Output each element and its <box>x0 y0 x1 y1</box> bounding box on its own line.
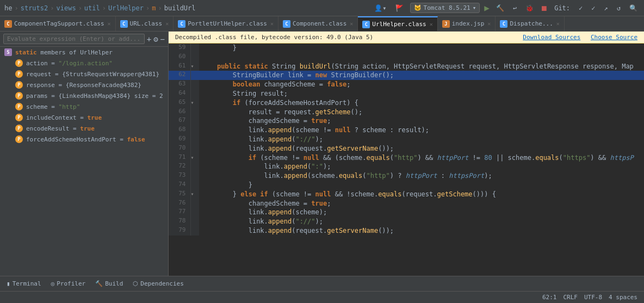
undo-icon[interactable]: ↺ <box>615 3 623 13</box>
fold-arrow[interactable]: ▾ <box>191 63 194 69</box>
nav-views[interactable]: views <box>57 4 76 12</box>
line-content: link.append(request.getServerName()); <box>199 144 644 153</box>
line-number: 70 <box>169 144 190 153</box>
line-number: 71 <box>169 153 190 163</box>
git-arrow-icon[interactable]: ↗ <box>602 3 610 13</box>
reload-icon[interactable]: ↩ <box>511 3 519 13</box>
bottom-tab-dependencies[interactable]: ⬡ Dependencies <box>128 279 188 289</box>
evaluate-input[interactable] <box>3 34 145 44</box>
nav-util[interactable]: util <box>84 4 100 12</box>
line-number: 65 <box>169 98 190 108</box>
profiler-label: Profiler <box>57 280 85 287</box>
tab-close-icon[interactable]: ✕ <box>108 21 111 27</box>
tab-Component[interactable]: C Component.class ✕ <box>278 16 358 31</box>
table-row: 68 link.append(scheme != null ? scheme :… <box>169 126 644 135</box>
tab-close-icon[interactable]: ✕ <box>350 21 353 27</box>
tab-icon-c5: C <box>362 21 370 28</box>
line-gutter <box>190 208 199 217</box>
nav-urlhelper[interactable]: UrlHelper <box>108 4 144 12</box>
fold-arrow[interactable]: ▾ <box>191 100 194 106</box>
table-row: 75 ▾ } else if (scheme != null && !schem… <box>169 190 644 199</box>
nav-m[interactable]: m <box>152 4 156 12</box>
line-gutter <box>190 108 199 117</box>
add-watch-icon[interactable]: + <box>147 35 151 44</box>
line-content: link.append(request.getServerName()); <box>199 226 644 236</box>
table-row: 73 link.append(scheme.equals("http") ? h… <box>169 171 644 181</box>
bottom-tab-terminal[interactable]: ▮ Terminal <box>2 279 46 289</box>
flag-icon[interactable]: 🚩 <box>393 3 406 13</box>
line-number: 60 <box>169 53 190 62</box>
chevron-down-icon: ▾ <box>473 4 476 11</box>
stop-icon[interactable]: ⏹ <box>540 4 548 13</box>
table-row: 65 ▾ if (forceAddSchemeHostAndPort) { <box>169 98 644 108</box>
tomcat-selector[interactable]: 🐱 Tomcat 8.5.21 ▾ <box>410 3 480 13</box>
debug-encodeResult: P encodeResult = true <box>11 123 168 134</box>
table-row: 67 changedScheme = true; <box>169 116 644 126</box>
line-number: 66 <box>169 108 190 117</box>
p-badge: P <box>15 81 23 89</box>
download-sources-link[interactable]: Download Sources <box>523 34 580 41</box>
tab-UrlHelper[interactable]: C UrlHelper.class ✕ <box>358 16 437 31</box>
table-row: 72 link.append(":"); <box>169 162 644 171</box>
profile-icon[interactable]: 👤▾ <box>372 3 388 13</box>
left-panel: + ⚙ − S static members of UrlHelper P ac… <box>0 32 169 276</box>
search-icon[interactable]: 🔍 <box>627 3 640 13</box>
tab-URL[interactable]: C URL.class ✕ <box>116 16 174 31</box>
line-gutter <box>190 116 199 126</box>
tab-ComponentTagSupport[interactable]: C ComponentTagSupport.class ✕ <box>0 16 116 31</box>
line-gutter <box>190 80 199 89</box>
table-row: 69 link.append("://"); <box>169 135 644 144</box>
tab-close-icon[interactable]: ✕ <box>270 21 274 27</box>
debug-icon[interactable]: 🐞 <box>523 3 536 13</box>
nav-right: 👤▾ 🚩 🐱 Tomcat 8.5.21 ▾ ▶ 🔨 ↩ 🐞 ⏹ Git: ✓ … <box>372 3 640 13</box>
tab-close-icon[interactable]: ✕ <box>556 21 560 27</box>
line-content: if (forceAddSchemeHostAndPort) { <box>199 98 644 108</box>
line-gutter <box>190 44 199 53</box>
fold-arrow[interactable]: ▾ <box>191 154 194 160</box>
table-row: 70 link.append(request.getServerName()); <box>169 144 644 153</box>
bottom-tab-profiler[interactable]: ◎ Profiler <box>47 279 90 289</box>
line-gutter <box>190 181 199 190</box>
bottom-tab-build[interactable]: 🔨 Build <box>91 279 127 289</box>
choose-source-link[interactable]: Choose Source <box>591 34 637 41</box>
nav-he[interactable]: he <box>4 4 12 12</box>
table-row: 63 boolean changedScheme = false; <box>169 80 644 89</box>
tab-close-icon[interactable]: ✕ <box>430 21 433 27</box>
git-check-icon[interactable]: ✓ <box>577 3 585 13</box>
p-badge: P <box>15 114 23 121</box>
line-content: changedScheme = true; <box>199 116 644 126</box>
run-button[interactable]: ▶ <box>484 3 490 13</box>
build-icon: 🔨 <box>95 280 103 287</box>
build-icon[interactable]: 🔨 <box>494 3 506 13</box>
tab-close-icon[interactable]: ✕ <box>487 21 491 27</box>
tab-icon-c6: C <box>500 20 507 28</box>
tab-PortletUrlHelper[interactable]: C PortletUrlHelper.class ✕ <box>174 16 278 31</box>
line-number: 64 <box>169 89 190 98</box>
line-content: boolean changedScheme = false; <box>199 80 644 89</box>
terminal-label: Terminal <box>13 280 41 287</box>
tab-close-icon[interactable]: ✕ <box>165 21 169 27</box>
line-gutter <box>190 53 199 62</box>
table-row: 61 ▾ public static String buildUrl(Strin… <box>169 62 644 71</box>
collapse-icon[interactable]: − <box>160 35 165 44</box>
fold-arrow[interactable]: ▾ <box>191 191 194 197</box>
debug-includeContext: P includeContext = true <box>11 112 168 123</box>
line-number: 61 <box>169 62 190 71</box>
top-nav: he › struts2 › views › util › UrlHelper … <box>0 0 644 16</box>
nav-buildurl[interactable]: buildUrl <box>164 4 196 12</box>
tab-Dispatcher[interactable]: C Dispatche... ✕ <box>496 16 565 31</box>
line-gutter <box>190 199 199 208</box>
tab-indexjsp[interactable]: J index.jsp ✕ <box>438 16 496 31</box>
p-badge: P <box>15 103 23 110</box>
code-area: Decompiled .class file, bytecode version… <box>169 32 644 276</box>
tab-label: ComponentTagSupport.class <box>14 20 104 27</box>
line-number: 75 <box>169 190 190 199</box>
line-gutter: ▾ <box>190 190 199 199</box>
git-check2-icon[interactable]: ✓ <box>589 3 597 13</box>
nav-struts2[interactable]: struts2 <box>21 4 48 12</box>
line-gutter <box>190 126 199 135</box>
line-number: 77 <box>169 208 190 217</box>
table-row: 71 ▾ if (scheme != null && (scheme.equal… <box>169 153 644 163</box>
settings-icon[interactable]: ⚙ <box>153 35 158 44</box>
code-editor[interactable]: 59 } 60 61 ▾ public st <box>169 44 644 276</box>
